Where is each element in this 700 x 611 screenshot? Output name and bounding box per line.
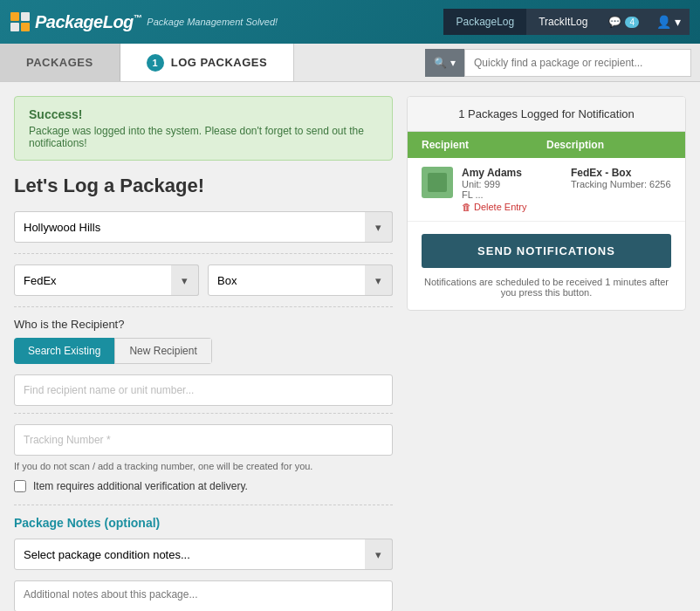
recipient-toggle: Search Existing New Recipient	[14, 338, 212, 364]
user-menu-btn[interactable]: 👤 ▾	[648, 9, 690, 35]
tracking-hint: If you do not scan / add a tracking numb…	[14, 461, 393, 471]
divider-4	[14, 505, 393, 505]
notification-header: 1 Packages Logged for Notification	[408, 97, 685, 132]
tracking-input[interactable]	[14, 424, 393, 456]
notif-recipient: Amy Adams Unit: 999 FL ... 🗑 Delete Entr…	[462, 167, 562, 212]
new-recipient-btn[interactable]: New Recipient	[114, 338, 211, 364]
logo-tagline: Package Management Solved!	[147, 17, 278, 27]
notif-desc: FedEx - Box Tracking Number: 6256	[571, 167, 671, 189]
logo-text: PackageLog™	[35, 12, 141, 32]
user-icon: 👤	[656, 15, 671, 29]
delete-icon: 🗑	[462, 202, 471, 212]
trackitlog-nav-btn[interactable]: TrackItLog	[526, 9, 600, 35]
carrier-select[interactable]: FedEx	[14, 264, 199, 296]
left-panel: Success! Package was logged into the sys…	[14, 96, 393, 611]
user-dropdown-arrow: ▾	[675, 15, 681, 29]
search-existing-btn[interactable]: Search Existing	[14, 338, 114, 364]
tab-log-packages-badge: 1	[147, 54, 164, 72]
notif-footer: Notifications are scheduled to be receiv…	[408, 268, 685, 310]
notes-condition-select[interactable]: Select package condition notes...	[14, 539, 393, 570]
right-panel: 1 Packages Logged for Notification Recip…	[407, 96, 686, 611]
delete-label: Delete Entry	[474, 202, 527, 212]
tab-log-packages[interactable]: 1 LOG PACKAGES	[120, 44, 295, 81]
chat-btn[interactable]: 💬 4	[600, 9, 648, 35]
type-select-wrapper: Box ▾	[208, 264, 393, 296]
verification-label: Item requires additional verification at…	[33, 480, 248, 492]
divider-2	[14, 306, 393, 307]
tab-packages-label: PACKAGES	[26, 56, 93, 69]
search-icon: 🔍	[434, 57, 447, 69]
tracking-section: If you do not scan / add a tracking numb…	[14, 424, 393, 471]
notif-tracking: Tracking Number: 6256	[571, 179, 671, 189]
notif-state: FL ...	[462, 189, 562, 200]
tab-log-packages-label: LOG PACKAGES	[171, 56, 268, 69]
tab-packages[interactable]: PACKAGES	[0, 44, 120, 81]
verification-checkbox-row: Item requires additional verification at…	[14, 480, 393, 492]
package-thumbnail	[422, 167, 453, 198]
divider-3	[14, 413, 393, 414]
header-nav: PackageLog TrackItLog 💬 4 👤 ▾	[443, 9, 690, 35]
carrier-select-wrapper: FedEx ▾	[14, 264, 199, 296]
search-toggle-btn[interactable]: 🔍 ▾	[425, 49, 464, 77]
search-input[interactable]	[464, 49, 691, 77]
success-alert: Success! Package was logged into the sys…	[14, 96, 393, 161]
recipient-search-input[interactable]	[14, 374, 393, 406]
notes-additional-textarea[interactable]	[14, 580, 393, 611]
package-notes-title: Package Notes (optional)	[14, 516, 393, 530]
notif-col-description: Description	[546, 139, 671, 151]
notes-condition-select-wrapper: Select package condition notes... ▾	[14, 539, 393, 570]
main-content: Success! Package was logged into the sys…	[0, 82, 700, 611]
notif-table-header: Recipient Description	[408, 132, 685, 158]
divider-1	[14, 253, 393, 254]
alert-text: Package was logged into the system. Plea…	[29, 125, 378, 149]
chat-badge: 4	[625, 17, 639, 28]
notif-carrier: FedEx - Box	[571, 167, 671, 179]
carrier-type-row: FedEx ▾ Box ▾	[14, 264, 393, 296]
app-header: PackageLog™ Package Management Solved! P…	[0, 0, 700, 44]
search-bar: 🔍 ▾	[425, 49, 700, 77]
notif-unit: Unit: 999	[462, 179, 562, 189]
notification-panel: 1 Packages Logged for Notification Recip…	[407, 96, 686, 311]
notif-delete-btn[interactable]: 🗑 Delete Entry	[462, 202, 562, 212]
packagelog-nav-btn[interactable]: PackageLog	[443, 9, 526, 35]
type-select[interactable]: Box	[208, 264, 393, 296]
notif-name: Amy Adams	[462, 167, 562, 179]
send-notifications-btn[interactable]: SEND NOTIFICATIONS	[422, 234, 671, 268]
form-title: Let's Log a Package!	[14, 175, 393, 197]
logo-area: PackageLog™ Package Management Solved!	[10, 12, 278, 32]
tab-bar: PACKAGES 1 LOG PACKAGES 🔍 ▾	[0, 44, 700, 82]
location-select[interactable]: Hollywood Hills	[14, 211, 393, 243]
location-select-wrapper: Hollywood Hills ▾	[14, 211, 393, 243]
search-toggle-arrow: ▾	[450, 57, 456, 69]
package-thumb-inner	[428, 173, 447, 192]
alert-title: Success!	[29, 107, 378, 121]
notif-row: Amy Adams Unit: 999 FL ... 🗑 Delete Entr…	[408, 158, 685, 222]
logo-icon	[10, 12, 30, 31]
notif-col-recipient: Recipient	[422, 139, 546, 151]
recipient-label: Who is the Recipient?	[14, 318, 393, 331]
chat-icon: 💬	[608, 16, 621, 28]
verification-checkbox[interactable]	[14, 480, 26, 492]
